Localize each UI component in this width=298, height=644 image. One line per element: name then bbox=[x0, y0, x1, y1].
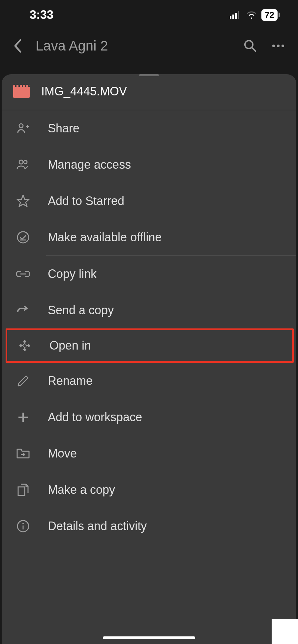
menu-label: Manage access bbox=[48, 158, 131, 172]
plus-icon bbox=[17, 411, 29, 423]
search-icon[interactable] bbox=[244, 39, 257, 52]
open-in-icon bbox=[18, 339, 31, 352]
link-icon bbox=[16, 270, 30, 278]
menu-starred[interactable]: Add to Starred bbox=[2, 183, 296, 219]
menu-list: Share Manage access Add to Starred bbox=[2, 110, 296, 544]
menu-send-copy[interactable]: Send a copy bbox=[2, 292, 296, 328]
menu-label: Details and activity bbox=[48, 519, 147, 533]
pencil-icon bbox=[17, 375, 29, 387]
svg-rect-0 bbox=[230, 16, 231, 19]
menu-details[interactable]: Details and activity bbox=[2, 508, 296, 544]
menu-label: Send a copy bbox=[48, 303, 114, 317]
wifi-icon bbox=[246, 11, 257, 19]
svg-point-9 bbox=[19, 124, 23, 128]
send-icon bbox=[16, 306, 30, 315]
app-header: Lava Agni 2 bbox=[0, 26, 298, 70]
people-icon bbox=[16, 159, 30, 171]
svg-point-17 bbox=[23, 344, 26, 347]
menu-open-in[interactable]: Open in bbox=[7, 330, 292, 361]
star-icon bbox=[16, 194, 30, 208]
menu-label: Move bbox=[48, 447, 77, 460]
offline-icon bbox=[16, 231, 30, 244]
menu-label: Copy link bbox=[48, 267, 97, 281]
menu-offline[interactable]: Make available offline bbox=[2, 219, 296, 255]
svg-point-12 bbox=[19, 160, 23, 164]
menu-make-copy[interactable]: Make a copy bbox=[2, 472, 296, 508]
svg-rect-3 bbox=[238, 11, 239, 19]
svg-point-21 bbox=[22, 523, 24, 524]
share-icon bbox=[16, 122, 30, 134]
menu-label: Make available offline bbox=[48, 230, 162, 244]
menu-share[interactable]: Share bbox=[2, 110, 296, 147]
more-icon[interactable] bbox=[272, 44, 285, 48]
svg-rect-2 bbox=[235, 13, 237, 19]
info-icon bbox=[16, 520, 30, 533]
menu-label: Add to Starred bbox=[48, 194, 124, 208]
cellular-icon bbox=[230, 11, 242, 19]
status-icons: 72 bbox=[230, 9, 280, 21]
menu-copy-link[interactable]: Copy link bbox=[2, 256, 296, 292]
menu-rename[interactable]: Rename bbox=[2, 363, 296, 399]
menu-label: Add to workspace bbox=[48, 410, 142, 424]
move-folder-icon bbox=[16, 448, 30, 459]
svg-rect-1 bbox=[232, 15, 234, 19]
copy-icon bbox=[17, 483, 29, 497]
svg-point-14 bbox=[17, 232, 29, 243]
status-bar: 3:33 72 bbox=[0, 0, 298, 26]
status-time: 3:33 bbox=[30, 8, 53, 22]
home-indicator[interactable] bbox=[103, 636, 195, 639]
corner-overlay bbox=[272, 619, 298, 644]
svg-point-13 bbox=[24, 160, 27, 164]
svg-point-6 bbox=[272, 45, 275, 47]
battery-icon: 72 bbox=[261, 9, 278, 21]
svg-point-7 bbox=[277, 45, 280, 47]
folder-title: Lava Agni 2 bbox=[36, 38, 230, 54]
menu-label: Rename bbox=[48, 374, 93, 388]
menu-add-workspace[interactable]: Add to workspace bbox=[2, 399, 296, 435]
menu-label: Share bbox=[48, 121, 79, 135]
video-file-icon bbox=[13, 85, 30, 98]
file-name: IMG_4445.MOV bbox=[41, 85, 127, 98]
back-button[interactable] bbox=[13, 38, 22, 54]
highlight-annotation: Open in bbox=[6, 328, 294, 363]
menu-manage-access[interactable]: Manage access bbox=[2, 147, 296, 183]
svg-point-8 bbox=[282, 45, 284, 47]
menu-label: Make a copy bbox=[48, 483, 115, 497]
menu-move[interactable]: Move bbox=[2, 435, 296, 472]
svg-line-5 bbox=[252, 48, 255, 51]
action-sheet: IMG_4445.MOV Share bbox=[2, 74, 296, 644]
file-header: IMG_4445.MOV bbox=[2, 76, 296, 110]
menu-label: Open in bbox=[49, 339, 91, 353]
